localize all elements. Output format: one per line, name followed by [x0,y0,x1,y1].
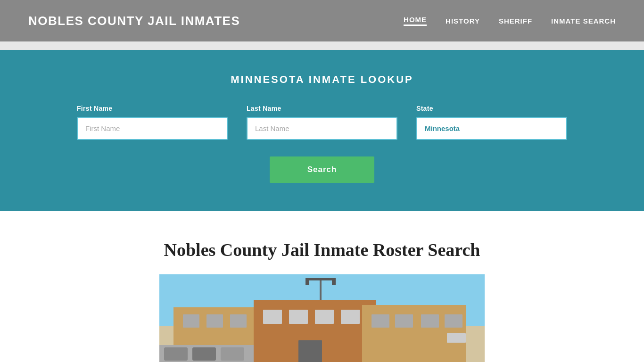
svg-rect-14 [315,310,334,324]
building-svg [159,274,485,362]
svg-rect-4 [332,278,336,285]
main-content: Nobles County Jail Inmate Roster Search [39,211,605,362]
nav-item-sheriff[interactable]: SHERIFF [499,17,532,25]
nav-item-inmate-search[interactable]: INMATE SEARCH [551,17,616,25]
last-name-group: Last Name [247,105,397,140]
last-name-label: Last Name [247,105,397,112]
form-row: First Name Last Name State [63,105,581,140]
first-name-group: First Name [77,105,228,140]
search-section: MINNESOTA INMATE LOOKUP First Name Last … [0,50,644,211]
svg-rect-23 [192,347,216,361]
sub-bar [0,41,644,50]
search-button-row: Search [63,156,581,183]
first-name-label: First Name [77,105,228,112]
state-label: State [416,105,567,112]
lookup-title: MINNESOTA INMATE LOOKUP [63,74,581,86]
svg-rect-25 [447,333,466,343]
nav-item-home[interactable]: HOME [404,16,427,26]
svg-rect-17 [372,314,389,328]
svg-rect-12 [263,310,282,324]
first-name-input[interactable] [77,117,228,140]
svg-rect-16 [298,340,322,362]
svg-rect-13 [289,310,308,324]
last-name-input[interactable] [247,117,397,140]
main-nav: HOME HISTORY SHERIFF INMATE SEARCH [404,16,616,26]
state-group: State [416,105,567,140]
page-heading: Nobles County Jail Inmate Roster Search [67,239,577,260]
svg-rect-9 [183,314,199,328]
site-header: NOBLES COUNTY JAIL INMATES HOME HISTORY … [0,0,644,41]
svg-rect-11 [230,314,247,328]
svg-rect-19 [421,314,439,328]
site-title: NOBLES COUNTY JAIL INMATES [28,14,240,28]
svg-rect-22 [164,347,188,361]
svg-rect-10 [206,314,223,328]
svg-rect-20 [445,314,462,328]
state-input[interactable] [416,117,567,140]
building-image [159,274,485,362]
search-button[interactable]: Search [270,156,375,183]
svg-rect-15 [341,310,360,324]
svg-rect-2 [305,278,336,280]
svg-rect-18 [395,314,413,328]
svg-rect-24 [221,347,244,361]
svg-rect-3 [305,278,309,285]
nav-item-history[interactable]: HISTORY [446,17,480,25]
